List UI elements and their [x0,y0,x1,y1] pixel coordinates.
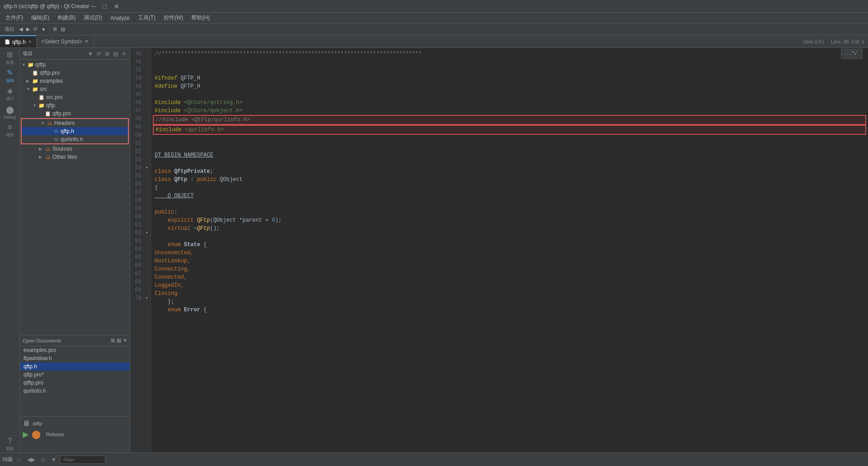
position-label: Line: 49, Col: 1 [831,39,864,44]
sidebar-item-welcome[interactable]: ⊞ 欢迎 [2,50,18,66]
menu-item-编辑e[interactable]: 编辑(E) [28,13,53,23]
tree-item-qftp-pro[interactable]: 📋 qftp.pro [20,109,130,118]
tab-arrow-symbol[interactable]: ▼ [85,39,89,44]
tree-item-sources[interactable]: ▶ 🗂 Sources [20,145,130,153]
arrow-qftp: ▼ [33,103,37,108]
line-num-49: 49 [130,123,148,131]
code-content[interactable]: //**************************************… [151,48,868,452]
line-num-67: 67 [130,270,148,278]
issues-expand-btn[interactable]: ▼ [49,456,58,463]
main-area: ⊞ 欢迎 ✎ 编辑 ◈ 设计 ⬤ Debug ≡ 项目 ? 帮助 项目 ▼ ⟳ [0,48,868,452]
sidebar-item-help[interactable]: ? 帮助 [2,436,18,452]
doc-qftp-pro-modified[interactable]: qftp.pro* [20,371,130,379]
project-panel-close[interactable]: ✕ [121,51,127,57]
project-panel-btn4[interactable]: ▤ [112,51,119,57]
tab-qftp-h[interactable]: 📄 qftp.h ✕ [0,35,37,48]
tree-item-examples[interactable]: ▶ 📁 examples [20,77,130,85]
minimize-button[interactable]: ─ [90,3,98,10]
doc-examples-pro[interactable]: examples.pro [20,346,130,354]
sidebar-item-design[interactable]: ◈ 设计 [2,86,18,102]
sidebar-item-edit[interactable]: ✎ 编辑 [2,68,18,84]
arrow-examples: ▶ [26,79,31,83]
tab-label-qftp: qftp.h [12,39,26,45]
open-docs-btn1[interactable]: ⊞ [111,338,115,343]
menu-item-analyze[interactable]: Analyze [107,14,133,22]
arrow-headers: ▼ [41,121,45,125]
release-label: Release [46,432,64,437]
debug-run-button[interactable]: ⬤ [32,429,41,439]
close-button[interactable]: ✕ [112,3,121,10]
doc-qurlinfo-h[interactable]: qurlinfo.h [20,387,130,395]
line-num-61: 61 [130,221,148,229]
icon-qftp-pro: 📋 [45,111,51,117]
tab-select-symbol[interactable]: <Select Symbol> ▼ [37,35,94,48]
tree-item-other-files[interactable]: ▶ 🗂 Other files [20,153,130,161]
issues-filter-input[interactable] [60,456,105,464]
fold-arrow-54[interactable]: ▼ [142,164,148,172]
window-controls[interactable]: ─ □ ✕ [90,3,121,10]
tabbar: 📄 qftp.h ✕ <Select Symbol> ▼ Unix (LF) L… [0,35,868,48]
doc-qtftp-pro[interactable]: qtftp.pro [20,379,130,387]
line-num-51: 51 [130,139,148,147]
project-panel-header: 项目 ▼ ⟳ ⊞ ▤ ✕ [20,48,130,60]
menu-item-工具t[interactable]: 工具(T) [134,13,159,23]
device-name: qtftp [33,421,42,426]
code-line-43: #define QFTP_H [155,82,864,90]
tree-item-qftp[interactable]: ▼ 📁 qftp [20,101,130,109]
fold-arrow-62[interactable]: ▼ [142,229,148,237]
icon-qftp: 📁 [38,103,45,109]
tree-item-src-pro[interactable]: 📋 src.pro [20,93,130,101]
edit-icon: ✎ [7,68,13,77]
toolbar-layout[interactable]: ▤ [59,26,67,33]
code-line-56: Q_OBJECT [155,192,864,200]
project-panel-btn2[interactable]: ⟳ [96,51,102,57]
line-num-46: 46 [130,99,148,107]
tab-close-qftp[interactable]: ✕ [28,39,32,44]
issues-sort-btn[interactable]: ↑↓ [14,456,24,463]
sidebar-label-debug: Debug [4,115,16,119]
tree-item-qtftp[interactable]: ▼ 📁 qtftp [20,61,130,69]
label-qtftp-pro: qtftp.pro [40,70,60,76]
fold-button-top[interactable]: ...*/ [841,49,863,59]
fold-arrow-70[interactable]: ▼ [142,294,148,302]
toolbar-forward[interactable]: ▶ [24,26,32,33]
tree-item-headers[interactable]: ▼ 🗂 Headers [22,119,128,127]
icon-src-pro: 📋 [38,95,45,100]
label-qftp-h: qftp.h [61,128,74,134]
menu-item-控件w[interactable]: 控件(W) [160,13,187,23]
code-line-40 [155,58,864,66]
doc-qftp-h[interactable]: qftp.h [20,362,130,371]
run-button[interactable]: ▶ [23,429,29,439]
menu-item-帮助h[interactable]: 帮助(H) [188,13,213,23]
project-panel-btn3[interactable]: ⊞ [104,51,110,57]
line-num-62: 62 ▼ [130,229,148,237]
toolbar-filter[interactable]: ▼ [39,26,48,33]
menu-item-构建b[interactable]: 构建(B) [54,13,79,23]
issues-warning-btn[interactable]: ⚠ [39,456,47,463]
menu-item-文件f[interactable]: 文件(F) [2,13,27,23]
project-panel: 项目 ▼ ⟳ ⊞ ▤ ✕ ▼ 📁 qtftp 📋 qtftp.pro ▶ 📁 [20,48,130,452]
code-line-68: Closing [155,290,864,298]
sidebar-item-project[interactable]: ≡ 项目 [2,122,18,138]
doc-ftpwindow-h[interactable]: ftpwindow.h [20,354,130,362]
menu-item-调试d[interactable]: 调试(D) [80,13,106,23]
project-toolbar-label: 项目 [2,26,17,33]
sidebar-item-debug[interactable]: ⬤ Debug [2,104,18,120]
line-num-69: 69 [130,286,148,294]
toolbar-add[interactable]: ⊞ [51,26,59,33]
open-docs-btn2[interactable]: ▤ [117,338,121,343]
tree-item-qftp-h[interactable]: H qftp.h [22,127,128,135]
tree-item-qtftp-pro[interactable]: 📋 qtftp.pro [20,69,130,77]
label-qurlinfo-h: qurlinfo.h [61,136,83,143]
icon-examples: 📁 [32,78,38,84]
tree-item-src[interactable]: ▼ 📁 src [20,85,130,93]
toolbar-sync[interactable]: ⟳ [32,26,39,33]
project-panel-btn1[interactable]: ▼ [87,51,94,57]
issues-label: 问题 [3,456,13,463]
toolbar-back[interactable]: ◀ [17,26,24,33]
tree-item-qurlinfo-h[interactable]: H qurlinfo.h [22,135,128,143]
issues-nav-btn[interactable]: ◀▶ [25,456,37,463]
maximize-button[interactable]: □ [101,3,108,10]
open-docs-close[interactable]: ✕ [123,338,127,343]
run-controls-row[interactable]: ▶ ⬤ Release [23,428,127,440]
